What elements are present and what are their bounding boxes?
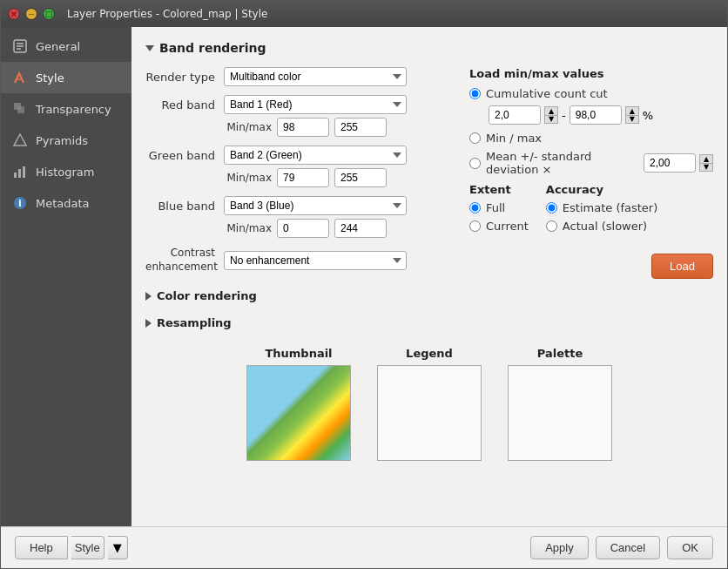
- render-type-select[interactable]: Multiband color: [224, 67, 407, 86]
- help-button[interactable]: Help: [15, 536, 68, 559]
- blue-band-min[interactable]: 0: [277, 219, 329, 238]
- cumulative-max-down[interactable]: ▼: [625, 115, 639, 124]
- pyramids-icon: [11, 132, 29, 149]
- color-rendering-title: Color rendering: [157, 289, 257, 302]
- sidebar-item-pyramids[interactable]: Pyramids: [1, 125, 131, 156]
- cumulative-min-up[interactable]: ▲: [544, 106, 558, 115]
- red-band-select[interactable]: Band 1 (Red): [224, 95, 407, 114]
- band-rendering-header: Band rendering: [145, 41, 713, 55]
- extent-accuracy-section: Extent Full Current Accuracy: [469, 183, 713, 238]
- extent-full-radio[interactable]: [469, 202, 481, 213]
- ok-button[interactable]: OK: [667, 536, 713, 559]
- accuracy-actual-radio[interactable]: [546, 220, 557, 232]
- legend-box: [377, 365, 482, 461]
- cancel-button[interactable]: Cancel: [596, 536, 660, 559]
- cumulative-max-input[interactable]: 98,0: [570, 105, 622, 125]
- metadata-icon: i: [11, 194, 29, 212]
- red-band-min[interactable]: 98: [277, 118, 329, 137]
- maximize-button[interactable]: □: [43, 8, 55, 20]
- blue-band-max[interactable]: 244: [334, 219, 387, 238]
- accuracy-actual-row: Actual (slower): [546, 220, 657, 233]
- extent-current-radio[interactable]: [469, 220, 481, 232]
- load-minmax-title: Load min/max values: [469, 67, 713, 80]
- style-icon: [11, 69, 29, 86]
- thumbnail-box: [246, 365, 351, 461]
- extent-current-label: Current: [486, 220, 529, 233]
- accuracy-estimate-radio[interactable]: [546, 202, 557, 213]
- minmax-radio[interactable]: [469, 132, 481, 144]
- green-band-max[interactable]: 255: [334, 168, 387, 187]
- color-rendering-header[interactable]: Color rendering: [145, 286, 713, 306]
- mean-value-btns: ▲ ▼: [699, 154, 713, 172]
- style-button[interactable]: Style: [71, 536, 104, 559]
- close-button[interactable]: ✕: [8, 8, 20, 20]
- blue-band-select[interactable]: Band 3 (Blue): [224, 196, 407, 215]
- mean-value-spinner: 2,00 ▲ ▼: [644, 153, 713, 173]
- sidebar-item-metadata[interactable]: i Metadata: [1, 187, 131, 219]
- sidebar-label-style: Style: [36, 71, 64, 85]
- accuracy-col: Accuracy Estimate (faster) Actual (slowe…: [546, 183, 657, 238]
- thumbnail-title: Thumbnail: [265, 347, 332, 360]
- minmax-radio-label: Min / max: [486, 132, 542, 145]
- svg-rect-9: [23, 166, 25, 178]
- sidebar: General Style Transparency Pyramids: [1, 27, 131, 526]
- cumulative-label: Cumulative count cut: [486, 87, 608, 100]
- red-minmax-label: Min/max: [224, 121, 272, 133]
- cumulative-min-spinner: 2,0 ▲ ▼: [489, 105, 558, 125]
- mean-label: Mean +/- standard deviation ×: [486, 150, 638, 176]
- band-rendering-title: Band rendering: [159, 41, 266, 55]
- thumbnail-image: [247, 366, 350, 460]
- top-area: Render type Multiband color Red band Ban…: [145, 67, 713, 279]
- cumulative-radio[interactable]: [469, 88, 481, 99]
- red-band-max[interactable]: 255: [334, 118, 387, 137]
- bottom-bar: Help Style ▼ Apply Cancel OK: [1, 526, 727, 568]
- minimize-button[interactable]: −: [25, 8, 37, 20]
- resampling-header[interactable]: Resampling: [145, 313, 713, 333]
- green-band-min[interactable]: 79: [277, 168, 329, 187]
- band-rendering-collapse-icon[interactable]: [145, 45, 154, 51]
- main-panel: Band rendering Render type Multiband col…: [131, 27, 727, 526]
- minmax-radio-row: Min / max: [469, 132, 713, 145]
- mean-radio[interactable]: [469, 158, 481, 169]
- extent-full-row: Full: [469, 201, 529, 214]
- window-title: Layer Properties - Colored_map | Style: [67, 8, 267, 20]
- green-band-minmax-row: Min/max 79 255: [224, 168, 435, 187]
- palette-title: Palette: [537, 347, 583, 360]
- blue-band-minmax-row: Min/max 0 244: [224, 219, 435, 238]
- green-band-select[interactable]: Band 2 (Green): [224, 146, 407, 165]
- cumulative-min-input[interactable]: 2,0: [489, 105, 541, 125]
- sidebar-label-histogram: Histogram: [36, 166, 94, 179]
- accuracy-estimate-row: Estimate (faster): [546, 201, 657, 214]
- color-rendering-icon: [145, 292, 152, 301]
- extent-col: Extent Full Current: [469, 183, 529, 238]
- extent-title: Extent: [469, 183, 529, 196]
- sidebar-item-transparency[interactable]: Transparency: [1, 93, 131, 125]
- mean-row: Mean +/- standard deviation × 2,00 ▲ ▼: [469, 150, 713, 176]
- load-button[interactable]: Load: [651, 254, 713, 279]
- red-band-row: Red band Band 1 (Red): [145, 95, 435, 114]
- sidebar-label-general: General: [36, 40, 80, 53]
- mean-value-input[interactable]: 2,00: [644, 153, 696, 173]
- bottom-left: Help Style ▼: [15, 536, 128, 559]
- sidebar-item-histogram[interactable]: Histogram: [1, 156, 131, 187]
- thumbnails-row: Thumbnail Legend Palette: [145, 347, 713, 461]
- apply-button[interactable]: Apply: [530, 536, 589, 559]
- svg-rect-8: [18, 169, 21, 178]
- transparency-icon: [11, 100, 29, 118]
- cumulative-max-spinner: 98,0 ▲ ▼: [570, 105, 639, 125]
- sidebar-item-style[interactable]: Style: [1, 62, 131, 93]
- accuracy-actual-label: Actual (slower): [563, 220, 647, 233]
- mean-up[interactable]: ▲: [699, 154, 713, 163]
- extent-full-label: Full: [486, 201, 505, 214]
- svg-rect-5: [17, 106, 24, 113]
- green-minmax-label: Min/max: [224, 172, 272, 184]
- cumulative-min-down[interactable]: ▼: [544, 115, 558, 124]
- cumulative-max-up[interactable]: ▲: [625, 106, 639, 115]
- sidebar-item-general[interactable]: General: [1, 30, 131, 62]
- svg-marker-6: [14, 134, 26, 146]
- mean-down[interactable]: ▼: [699, 163, 713, 172]
- color-rendering-section: Color rendering: [145, 286, 713, 306]
- percent-unit: %: [643, 109, 653, 122]
- style-dropdown-button[interactable]: ▼: [108, 536, 128, 559]
- contrast-select[interactable]: No enhancement: [224, 251, 407, 270]
